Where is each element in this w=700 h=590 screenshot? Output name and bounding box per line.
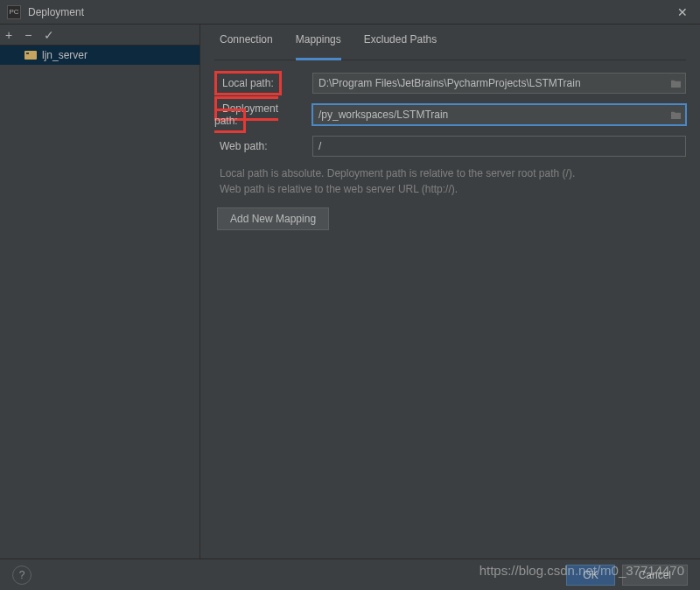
- remove-icon[interactable]: −: [24, 28, 32, 42]
- sidebar-item-label: ljn_server: [42, 49, 88, 61]
- browse-deployment-icon[interactable]: [666, 105, 685, 124]
- tab-bar: Connection Mappings Excluded Paths: [214, 25, 686, 60]
- tab-mappings[interactable]: Mappings: [296, 33, 341, 60]
- browse-local-icon[interactable]: [666, 74, 685, 93]
- local-path-label: Local path:: [214, 71, 282, 95]
- deployment-path-label: Deployment path:: [214, 96, 278, 133]
- window-title: Deployment: [28, 6, 672, 18]
- web-path-label: Web path:: [214, 140, 267, 152]
- add-new-mapping-button[interactable]: Add New Mapping: [217, 207, 329, 230]
- sidebar: + − ✓ ljn_server: [0, 25, 200, 558]
- check-icon[interactable]: ✓: [44, 28, 54, 42]
- sidebar-toolbar: + − ✓: [0, 25, 200, 46]
- footer: ? OK Cancel: [0, 558, 700, 590]
- help-icon[interactable]: ?: [12, 565, 32, 585]
- cancel-button[interactable]: Cancel: [622, 565, 688, 586]
- titlebar: PC Deployment ✕: [0, 0, 700, 25]
- deployment-path-input[interactable]: [313, 105, 666, 124]
- app-icon: PC: [7, 5, 21, 19]
- add-icon[interactable]: +: [5, 28, 12, 42]
- ok-button[interactable]: OK: [566, 565, 614, 586]
- local-path-input[interactable]: [313, 74, 666, 93]
- content-panel: Connection Mappings Excluded Paths Local…: [200, 25, 700, 558]
- help-text: Local path is absolute. Deployment path …: [214, 165, 686, 197]
- tab-excluded-paths[interactable]: Excluded Paths: [364, 33, 437, 53]
- tab-connection[interactable]: Connection: [220, 33, 273, 53]
- server-icon: [24, 51, 37, 60]
- web-path-input[interactable]: [313, 137, 685, 156]
- web-path-input-wrap[interactable]: [312, 136, 686, 157]
- deployment-path-input-wrap[interactable]: [312, 104, 686, 125]
- close-icon[interactable]: ✕: [672, 5, 693, 19]
- local-path-input-wrap[interactable]: [312, 73, 686, 94]
- sidebar-item-server[interactable]: ljn_server: [0, 46, 200, 65]
